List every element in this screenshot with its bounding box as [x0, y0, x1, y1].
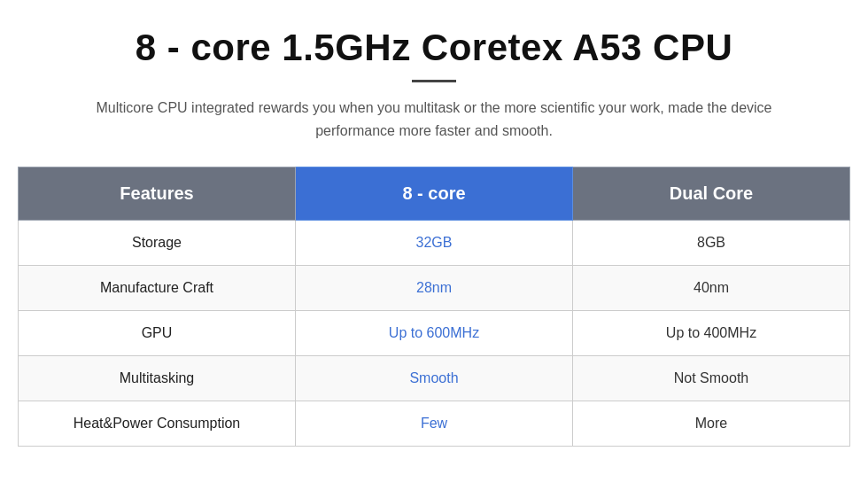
- cell-feature: GPU: [19, 311, 296, 356]
- page-subtitle: Multicore CPU integrated rewards you whe…: [71, 97, 797, 142]
- cell-8core-value: 32GB: [296, 221, 573, 266]
- page-title: 8 - core 1.5GHz Coretex A53 CPU: [136, 27, 733, 69]
- table-row: Manufacture Craft28nm40nm: [19, 266, 850, 311]
- cell-dual-value: Not Smooth: [573, 356, 850, 401]
- col-header-dualcore: Dual Core: [573, 167, 850, 221]
- table-row: MultitaskingSmoothNot Smooth: [19, 356, 850, 401]
- cell-feature: Heat&Power Consumption: [19, 401, 296, 447]
- cell-feature: Storage: [19, 221, 296, 266]
- table-row: GPUUp to 600MHzUp to 400MHz: [19, 311, 850, 356]
- cell-feature: Multitasking: [19, 356, 296, 401]
- title-divider: [412, 80, 456, 82]
- comparison-table: Features 8 - core Dual Core Storage32GB8…: [18, 167, 850, 447]
- cell-feature: Manufacture Craft: [19, 266, 296, 311]
- cell-dual-value: More: [573, 401, 850, 447]
- table-row: Storage32GB8GB: [19, 221, 850, 266]
- cell-dual-value: 8GB: [573, 221, 850, 266]
- cell-dual-value: Up to 400MHz: [573, 311, 850, 356]
- col-header-8core: 8 - core: [296, 167, 573, 221]
- cell-8core-value: 28nm: [296, 266, 573, 311]
- col-header-features: Features: [19, 167, 296, 221]
- cell-8core-value: Few: [296, 401, 573, 447]
- cell-8core-value: Up to 600MHz: [296, 311, 573, 356]
- cell-8core-value: Smooth: [296, 356, 573, 401]
- cell-dual-value: 40nm: [573, 266, 850, 311]
- table-row: Heat&Power ConsumptionFewMore: [19, 401, 850, 447]
